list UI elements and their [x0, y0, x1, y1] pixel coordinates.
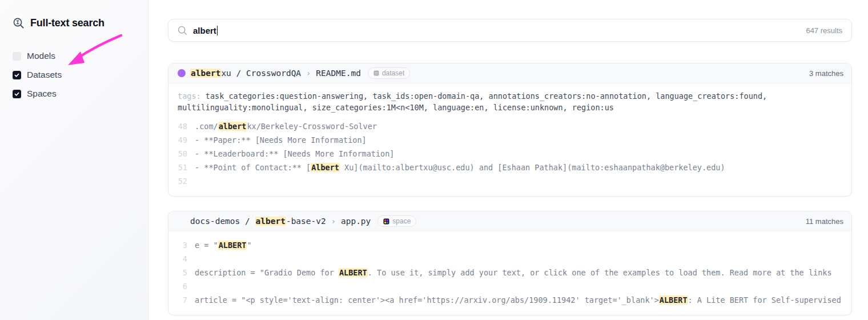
code-line: 5description = "Gradio Demo for ALBERT. … [178, 266, 842, 279]
code-text: : A Lite BERT for Self-supervised Learni… [688, 295, 842, 305]
line-number: 52 [178, 174, 187, 188]
path-segment: app.py [341, 217, 371, 226]
code-text: e = " [195, 241, 218, 250]
tags-block: tags: task_categories:question-answering… [178, 90, 842, 113]
code-text: Xu](mailto:albertxu@usc.edu) and [Eshaan… [340, 163, 725, 172]
line-content: description = "Gradio Demo for ALBERT. T… [195, 266, 832, 279]
highlighted-match: ALBERT [339, 268, 368, 277]
search-result-card: docs-demos / albert-base-v2 › app.py spa… [168, 211, 852, 315]
line-number: 50 [178, 147, 187, 161]
search-query-text: albert [193, 26, 216, 35]
code-line: 3e = "ALBERT" [178, 238, 842, 252]
search-result-card: albertxu / CrosswordQA › README.md datas… [168, 63, 852, 197]
line-number: 6 [178, 279, 187, 293]
line-number: 3 [178, 238, 187, 252]
line-content: - **Leaderboard:** [Needs More Informati… [195, 147, 395, 161]
highlighted-match: albert [190, 69, 221, 78]
sidebar-item-datasets[interactable]: Datasets [13, 70, 148, 80]
tags-text: task_categories:question-answering, task… [178, 91, 767, 112]
page-title: Full-text search [30, 17, 105, 29]
highlighted-match: ALBERT [218, 241, 247, 250]
match-count: 11 matches [806, 217, 843, 226]
code-text: article = "<p style='text-align: center'… [195, 295, 659, 305]
highlighted-match: ALBERT [659, 295, 688, 305]
line-number: 48 [178, 119, 187, 133]
search-icon [178, 26, 187, 35]
code-line: 49- **Paper:** [Needs More Information] [178, 133, 842, 147]
sidebar: Full-text search ModelsDatasetsSpaces [0, 0, 148, 320]
badge-label: space [392, 217, 411, 225]
code-line: 4 [178, 252, 842, 266]
space-icon [383, 218, 389, 225]
path-segment: CrosswordQA [246, 69, 301, 78]
code-snippet: 3e = "ALBERT"45description = "Gradio Dem… [178, 238, 842, 307]
code-text: kx/Berkeley-Crossword-Solver [247, 122, 377, 131]
spaces-checkbox[interactable] [13, 90, 21, 98]
code-text: - **Paper:** [Needs More Information] [195, 135, 367, 145]
repo-path[interactable]: docs-demos / albert-base-v2 › app.py [190, 217, 371, 226]
code-line: 48.com/albertkx/Berkeley-Crossword-Solve… [178, 119, 842, 133]
filter-label: Spaces [27, 89, 57, 99]
text-search-icon [13, 17, 25, 29]
code-text: .com/ [195, 122, 218, 131]
sidebar-item-spaces[interactable]: Spaces [13, 89, 148, 99]
line-number: 49 [178, 133, 187, 147]
search-input[interactable]: albert [193, 26, 806, 35]
dataset-icon [373, 70, 379, 76]
path-segment: docs-demos [190, 217, 240, 226]
repo-type-badge: dataset [368, 67, 410, 79]
code-line: 52 [178, 174, 842, 188]
line-number: 51 [178, 161, 187, 174]
models-checkbox[interactable] [13, 52, 21, 61]
highlighted-match: albert [218, 122, 247, 131]
path-segment: / [240, 217, 255, 226]
repo-type-badge: space [377, 215, 416, 227]
code-text: " [247, 241, 251, 250]
search-bar: albert 647 results [168, 19, 852, 42]
code-line: 6 [178, 279, 842, 293]
results-count: 647 results [806, 26, 842, 35]
tags-label: tags: [178, 91, 206, 101]
path-segment: › [326, 217, 341, 226]
filter-list: ModelsDatasetsSpaces [13, 51, 148, 99]
line-number: 5 [178, 266, 187, 279]
path-segment: xu [221, 69, 231, 78]
badge-label: dataset [382, 69, 404, 77]
avatar [178, 69, 186, 77]
sidebar-header: Full-text search [13, 17, 148, 29]
code-text: - **Point of Contact:** [ [195, 163, 311, 172]
line-number: 4 [178, 252, 187, 266]
filter-label: Models [27, 51, 55, 61]
main-content: albert 647 results albertxu / CrosswordQ… [148, 0, 868, 320]
path-segment: › [301, 69, 316, 78]
code-snippet: 48.com/albertkx/Berkeley-Crossword-Solve… [178, 119, 842, 188]
datasets-checkbox[interactable] [13, 71, 21, 79]
code-line: 7article = "<p style='text-align: center… [178, 293, 842, 307]
path-segment: README.md [316, 69, 361, 78]
line-content: .com/albertkx/Berkeley-Crossword-Solver [195, 119, 377, 133]
app-root: Full-text search ModelsDatasetsSpaces al… [0, 0, 868, 320]
highlighted-match: albert [255, 217, 286, 226]
code-line: 50- **Leaderboard:** [Needs More Informa… [178, 147, 842, 161]
highlighted-match: Albert [311, 163, 340, 172]
line-number: 7 [178, 293, 187, 307]
result-body: tags: task_categories:question-answering… [168, 83, 851, 196]
filter-label: Datasets [27, 70, 62, 80]
text-cursor [217, 26, 218, 35]
sidebar-item-models[interactable]: Models [13, 51, 148, 61]
path-segment: / [231, 69, 246, 78]
result-header: albertxu / CrosswordQA › README.md datas… [168, 63, 851, 83]
code-text: - **Leaderboard:** [Needs More Informati… [195, 149, 395, 158]
line-content: - **Paper:** [Needs More Information] [195, 133, 367, 147]
code-text: . To use it, simply add your text, or cl… [368, 268, 832, 277]
code-text: description = "Gradio Demo for [195, 268, 339, 277]
code-line: 51- **Point of Contact:** [Albert Xu](ma… [178, 161, 842, 174]
result-header: docs-demos / albert-base-v2 › app.py spa… [168, 211, 851, 231]
line-content: article = "<p style='text-align: center'… [195, 293, 842, 307]
match-count: 3 matches [809, 69, 843, 78]
line-content: e = "ALBERT" [195, 238, 252, 252]
path-segment: -base-v2 [286, 217, 326, 226]
repo-path[interactable]: albertxu / CrosswordQA › README.md [190, 69, 361, 78]
line-content: - **Point of Contact:** [Albert Xu](mail… [195, 161, 725, 174]
result-body: 3e = "ALBERT"45description = "Gradio Dem… [168, 231, 851, 315]
